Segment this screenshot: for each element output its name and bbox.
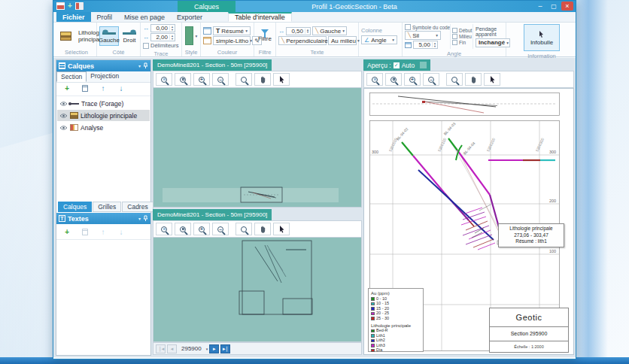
zoom-window-button[interactable]	[385, 73, 402, 86]
last-section-button[interactable]	[220, 344, 230, 353]
previous-section-button[interactable]	[167, 344, 177, 353]
magnifier-button[interactable]	[235, 73, 252, 86]
zoom-in-button[interactable]	[193, 73, 210, 86]
group-label-cote: Côté	[97, 49, 140, 56]
pan-button[interactable]	[254, 223, 271, 235]
current-section-value[interactable]: 295900	[181, 345, 202, 352]
preview-canvas[interactable]: 5300000 5300100 5300200 5300300 300 300 …	[363, 88, 574, 355]
move-text-down-button[interactable]	[113, 226, 129, 238]
move-layer-up-button[interactable]	[95, 83, 111, 94]
viewport-top-canvas[interactable]	[153, 88, 362, 208]
zoom-extents-button[interactable]	[156, 223, 172, 235]
select-button[interactable]	[484, 73, 500, 86]
chevron-down-icon[interactable]	[196, 34, 198, 38]
maximize-button[interactable]	[548, 2, 560, 11]
trace-width-stepper[interactable]: 0,00	[150, 24, 175, 32]
group-label-angle: Angle	[403, 50, 506, 57]
layer-row-trace[interactable]: Trace (Forage)	[57, 98, 150, 109]
text-orientation-dropdown[interactable]: Perpendiculaire	[278, 36, 327, 45]
zoom-extents-button[interactable]	[156, 73, 172, 86]
delete-layer-button[interactable]	[77, 83, 93, 94]
simple-litho-dropdown[interactable]: simple-Litho	[213, 36, 251, 45]
tab-mise-en-page[interactable]: Mise en page	[118, 12, 171, 22]
close-button[interactable]	[561, 2, 573, 11]
zoom-extents-button[interactable]	[366, 73, 383, 86]
zoom-window-button[interactable]	[175, 73, 191, 86]
chevron-down-icon[interactable]	[138, 63, 141, 68]
layer-row-lithologie[interactable]: Lithologie principale	[57, 110, 150, 121]
first-section-button[interactable]	[156, 344, 166, 353]
angle-value-stepper[interactable]: 5,00	[413, 41, 438, 49]
magnifier-button[interactable]	[235, 223, 252, 235]
legend-swatch	[371, 302, 375, 306]
delete-text-button[interactable]	[77, 226, 93, 238]
app-icon[interactable]	[56, 2, 65, 10]
group-texte: 0,50 Gauche Perpendiculaire	[276, 23, 359, 56]
debut-checkbox[interactable]	[452, 28, 457, 33]
fin-checkbox[interactable]	[452, 40, 457, 45]
zoom-in-button[interactable]	[193, 223, 210, 235]
pan-button[interactable]	[465, 73, 482, 86]
select-button[interactable]	[273, 73, 290, 86]
pin-icon[interactable]	[143, 62, 148, 69]
eye-icon[interactable]	[59, 125, 68, 131]
droit-button[interactable]: Droit	[121, 26, 138, 46]
pan-button[interactable]	[254, 73, 271, 86]
dock-tab-grilles[interactable]: Grilles	[93, 202, 121, 212]
delimiteurs-checkbox[interactable]	[143, 43, 149, 49]
milieu-checkbox[interactable]	[452, 34, 457, 39]
layer-row-analyse[interactable]: Analyse	[57, 122, 150, 133]
legend-swatch	[371, 339, 375, 343]
zoom-window-button[interactable]	[175, 223, 191, 235]
auto-checkbox[interactable]	[394, 62, 400, 68]
move-layer-down-button[interactable]	[113, 83, 129, 94]
tab-section[interactable]: Section	[56, 71, 87, 82]
tab-fichier[interactable]: Fichier	[56, 12, 91, 22]
document-tab-bottom[interactable]: DemoMine8201 - Section - 50m [295900]	[153, 209, 272, 220]
text-offset-stepper[interactable]: 0,50	[286, 27, 311, 35]
new-icon[interactable]	[68, 2, 72, 10]
symbole-du-code-checkbox[interactable]	[405, 24, 411, 30]
eye-icon[interactable]	[59, 113, 68, 119]
window-title: Profil 1-GeoticSection - Beta	[242, 1, 467, 12]
viewport-bottom-canvas[interactable]	[153, 238, 362, 342]
zoom-out-button[interactable]	[423, 73, 439, 86]
zoom-out-button[interactable]	[212, 223, 229, 235]
eye-icon[interactable]	[59, 101, 68, 107]
move-text-up-button[interactable]	[95, 226, 111, 238]
tooltip: Lithologie principale 273,06 - 303,47 Ré…	[498, 223, 564, 247]
tab-exporter[interactable]: Exporter	[171, 12, 208, 22]
add-text-button[interactable]	[59, 226, 75, 238]
gauche-button[interactable]: Gauche	[99, 26, 119, 46]
cursor-icon	[278, 75, 285, 83]
pin-icon[interactable]	[420, 62, 427, 68]
trace-offset-stepper[interactable]: 2,00	[150, 33, 175, 41]
colonne-dropdown[interactable]: Angle	[361, 35, 397, 44]
sil-dropdown[interactable]: Sil	[405, 31, 441, 40]
text-align-dropdown[interactable]: Gauche	[312, 26, 347, 35]
spin-down-icon	[171, 29, 174, 32]
style-swatch[interactable]	[185, 26, 193, 45]
pendage-dropdown[interactable]: Inchangé	[476, 38, 510, 47]
select-button[interactable]	[273, 223, 290, 235]
resume-dropdown[interactable]: T Résumé	[213, 26, 251, 35]
infobulle-button[interactable]: Infobulle	[524, 24, 560, 51]
minimize-button[interactable]	[534, 2, 546, 11]
add-layer-button[interactable]	[59, 83, 75, 94]
text-position-dropdown[interactable]: Au milieu	[328, 36, 357, 45]
chevron-down-icon[interactable]	[138, 216, 141, 221]
tab-projection[interactable]: Projection	[87, 71, 123, 82]
document-tab-top[interactable]: DemoMine8201 - Section - 50m [295900]	[153, 59, 272, 71]
tab-profil[interactable]: Profil	[91, 12, 119, 22]
magnifier-button[interactable]	[446, 73, 463, 86]
table-icon[interactable]	[75, 2, 84, 10]
chevron-down-icon[interactable]	[206, 347, 208, 351]
pin-icon[interactable]	[143, 215, 148, 222]
next-section-button[interactable]	[209, 344, 219, 353]
tab-table-intervalle[interactable]: Table d'intervalle	[228, 12, 292, 22]
zoom-in-button[interactable]	[404, 73, 421, 86]
dock-tab-cadres[interactable]: Cadres	[122, 202, 153, 212]
zoom-out-button[interactable]	[212, 73, 229, 86]
dock-tab-calques[interactable]: Calques	[58, 202, 92, 212]
group-label-selection: Sélection	[56, 49, 96, 56]
